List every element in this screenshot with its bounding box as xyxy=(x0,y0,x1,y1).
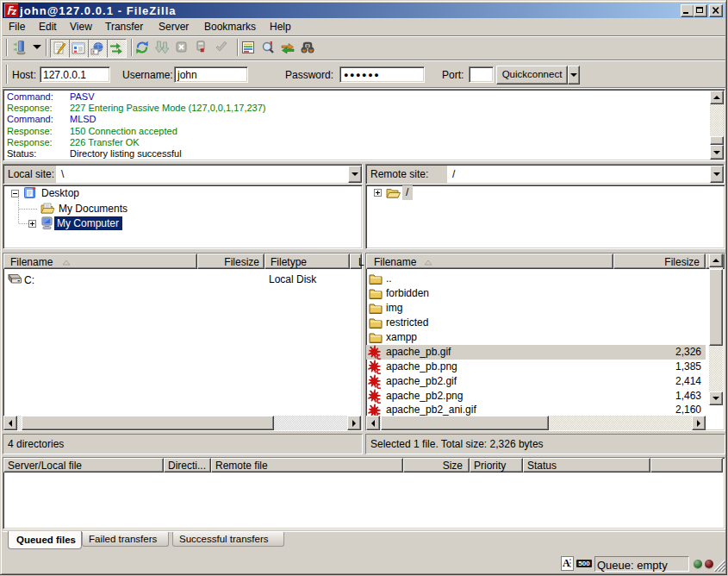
svg-text:A: A xyxy=(563,557,570,569)
